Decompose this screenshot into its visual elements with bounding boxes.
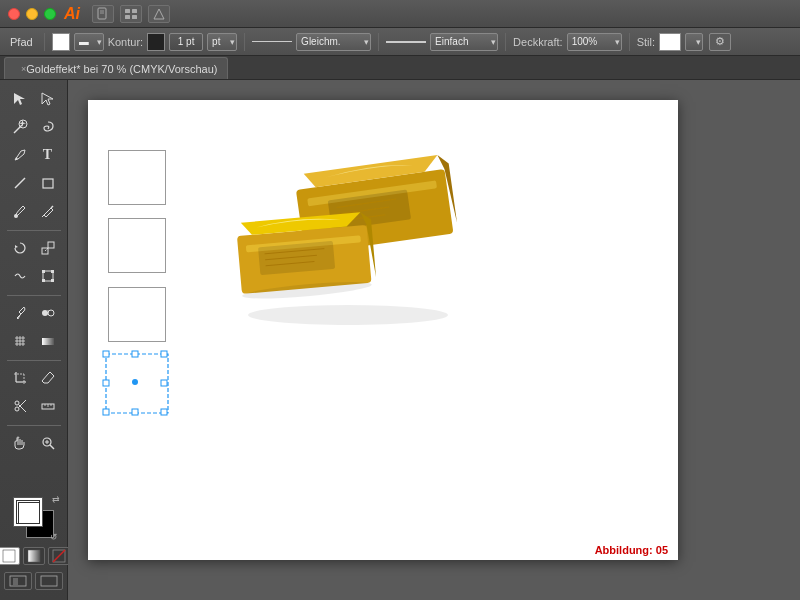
stroke-color-swatch[interactable] xyxy=(52,33,70,51)
pencil-tool[interactable] xyxy=(35,198,61,224)
style-swatch[interactable] xyxy=(659,33,681,51)
style-select[interactable] xyxy=(685,33,703,51)
tabbar: × Goldeffekt* bei 70 % (CMYK/Vorschau) xyxy=(0,56,800,80)
titlebar-icons xyxy=(92,5,170,23)
document-tab[interactable]: × Goldeffekt* bei 70 % (CMYK/Vorschau) xyxy=(4,57,228,79)
presentation-mode-button[interactable] xyxy=(35,572,63,590)
tool-row-12 xyxy=(7,430,61,456)
shape-square-1[interactable] xyxy=(108,150,166,205)
view-icon[interactable] xyxy=(120,5,142,23)
traffic-lights xyxy=(8,8,56,20)
direct-selection-tool[interactable] xyxy=(35,86,61,112)
eraser-tool[interactable] xyxy=(35,365,61,391)
no-fill-mode-button[interactable] xyxy=(48,547,70,565)
paintbrush-tool[interactable] xyxy=(7,198,33,224)
svg-rect-23 xyxy=(42,279,45,282)
gradient-tool[interactable] xyxy=(35,328,61,354)
shape-square-2[interactable] xyxy=(108,218,166,273)
shape-square-4-container[interactable] xyxy=(108,356,166,411)
eyedropper-tool[interactable] xyxy=(7,300,33,326)
svg-rect-12 xyxy=(43,179,53,188)
zoom-tool[interactable] xyxy=(35,430,61,456)
tool-row-7 xyxy=(7,263,61,289)
svg-point-40 xyxy=(15,407,19,411)
svg-rect-63 xyxy=(132,351,138,357)
opacity-label: Deckkraft: xyxy=(513,36,563,48)
dash-style-select2[interactable]: Einfach xyxy=(430,33,498,51)
svg-rect-5 xyxy=(125,15,130,19)
foreground-color-swatch[interactable] xyxy=(14,498,42,526)
tool-divider-3 xyxy=(7,360,61,361)
stroke-type-select[interactable]: ▬ xyxy=(74,33,104,51)
reset-colors-icon[interactable]: ↺ xyxy=(50,532,58,542)
document-icon[interactable] xyxy=(92,5,114,23)
line-tool[interactable] xyxy=(7,170,33,196)
svg-line-14 xyxy=(42,215,44,217)
scale-tool[interactable] xyxy=(35,235,61,261)
svg-line-8 xyxy=(14,125,22,133)
free-transform-tool[interactable] xyxy=(35,263,61,289)
svg-point-67 xyxy=(132,379,138,385)
gradient-mode-button[interactable] xyxy=(23,547,45,565)
minimize-window-button[interactable] xyxy=(26,8,38,20)
tool-row-6 xyxy=(7,235,61,261)
svg-rect-0 xyxy=(98,8,106,19)
titlebar: Ai xyxy=(0,0,800,28)
opacity-select[interactable]: 100% xyxy=(567,33,622,51)
main-area: T xyxy=(0,80,800,600)
svg-rect-21 xyxy=(42,270,45,273)
svg-line-48 xyxy=(50,445,54,449)
svg-rect-65 xyxy=(103,380,109,386)
mesh-tool[interactable] xyxy=(7,328,33,354)
svg-rect-52 xyxy=(28,550,40,562)
arrange-icon[interactable] xyxy=(148,5,170,23)
separator2 xyxy=(244,33,245,51)
tool-row-11 xyxy=(7,393,61,419)
rect-tool[interactable] xyxy=(35,170,61,196)
canvas-area[interactable]: Abbildung: 05 xyxy=(68,80,800,600)
settings-button[interactable]: ⚙ xyxy=(709,33,731,51)
dash-preview1 xyxy=(252,41,292,42)
crop-tool[interactable] xyxy=(7,365,33,391)
scissors-tool[interactable] xyxy=(7,393,33,419)
hand-tool[interactable] xyxy=(7,430,33,456)
tool-row-8 xyxy=(7,300,61,326)
dash-style-select1[interactable]: Gleichm. xyxy=(296,33,371,51)
tool-row-3: T xyxy=(7,142,61,168)
path-label: Pfad xyxy=(6,34,37,50)
ruler-tool[interactable] xyxy=(35,393,61,419)
tool-row-10 xyxy=(7,365,61,391)
tool-row-5 xyxy=(7,198,61,224)
maximize-window-button[interactable] xyxy=(44,8,56,20)
swap-colors-icon[interactable]: ⇄ xyxy=(52,494,60,504)
stroke-unit-select[interactable]: pt xyxy=(207,33,237,51)
lasso-tool[interactable] xyxy=(35,114,61,140)
svg-rect-22 xyxy=(51,270,54,273)
tool-divider-4 xyxy=(7,425,61,426)
pen-tool[interactable] xyxy=(7,142,33,168)
svg-rect-56 xyxy=(13,578,18,585)
selection-box xyxy=(102,350,172,417)
close-window-button[interactable] xyxy=(8,8,20,20)
color-mode-button[interactable] xyxy=(0,547,20,565)
svg-marker-16 xyxy=(15,245,18,248)
blend-tool[interactable] xyxy=(35,300,61,326)
selection-tool[interactable] xyxy=(7,86,33,112)
dash-line-icon xyxy=(252,41,292,42)
magic-wand-tool[interactable] xyxy=(7,114,33,140)
shape-square-3[interactable] xyxy=(108,287,166,342)
separator4 xyxy=(505,33,506,51)
separator5 xyxy=(629,33,630,51)
type-tool[interactable]: T xyxy=(35,142,61,168)
artboard: Abbildung: 05 xyxy=(88,100,678,560)
rotate-tool[interactable] xyxy=(7,235,33,261)
screen-mode-button[interactable] xyxy=(4,572,32,590)
warp-tool[interactable] xyxy=(7,263,33,289)
svg-rect-51 xyxy=(3,550,15,562)
dash-line-thick-icon xyxy=(386,41,426,43)
stroke-color-dark-swatch[interactable] xyxy=(147,33,165,51)
dash-style-wrap2: Einfach xyxy=(430,33,498,51)
svg-line-54 xyxy=(53,550,65,562)
svg-rect-62 xyxy=(161,409,167,415)
stroke-weight-input[interactable] xyxy=(169,33,203,51)
